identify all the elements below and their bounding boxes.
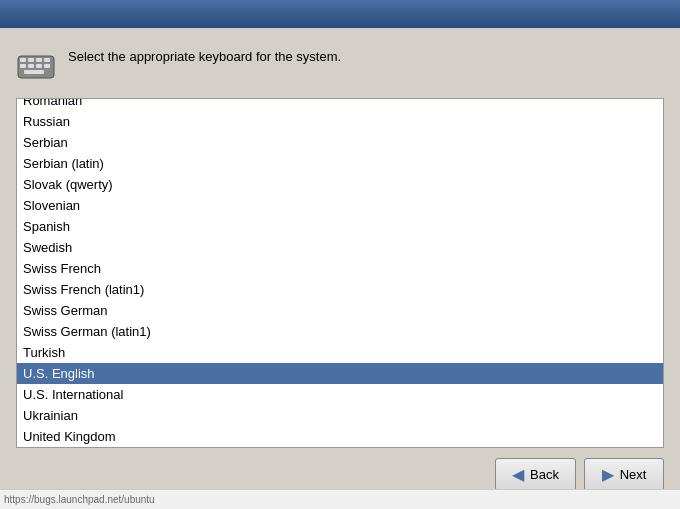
list-item[interactable]: Slovenian xyxy=(17,195,663,216)
next-icon: ▶ xyxy=(602,465,614,484)
list-item[interactable]: Swedish xyxy=(17,237,663,258)
list-item[interactable]: Ukrainian xyxy=(17,405,663,426)
svg-rect-4 xyxy=(44,58,50,62)
footer: ◀ Back ▶ Next xyxy=(16,448,664,491)
keyboard-icon xyxy=(16,44,56,84)
svg-rect-3 xyxy=(36,58,42,62)
back-label: Back xyxy=(530,467,559,482)
keyboard-list-container: PortugueseRomanianRussianSerbianSerbian … xyxy=(16,98,664,448)
list-item[interactable]: Serbian (latin) xyxy=(17,153,663,174)
list-item[interactable]: Swiss German (latin1) xyxy=(17,321,663,342)
svg-rect-9 xyxy=(24,70,44,74)
main-content: Select the appropriate keyboard for the … xyxy=(0,28,680,507)
svg-rect-2 xyxy=(28,58,34,62)
next-button[interactable]: ▶ Next xyxy=(584,458,664,491)
svg-rect-1 xyxy=(20,58,26,62)
list-item[interactable]: Spanish xyxy=(17,216,663,237)
list-item[interactable]: Russian xyxy=(17,111,663,132)
list-item[interactable]: Slovak (qwerty) xyxy=(17,174,663,195)
back-icon: ◀ xyxy=(512,465,524,484)
back-button[interactable]: ◀ Back xyxy=(495,458,576,491)
header-section: Select the appropriate keyboard for the … xyxy=(16,44,664,84)
list-item[interactable]: Swiss French (latin1) xyxy=(17,279,663,300)
header-instruction: Select the appropriate keyboard for the … xyxy=(68,44,341,66)
list-item[interactable]: Serbian xyxy=(17,132,663,153)
list-item[interactable]: U.S. English xyxy=(17,363,663,384)
url-text: https://bugs.launchpad.net/ubuntu xyxy=(4,494,155,505)
svg-rect-7 xyxy=(36,64,42,68)
list-item[interactable]: Romanian xyxy=(17,99,663,111)
title-bar xyxy=(0,0,680,28)
list-item[interactable]: United Kingdom xyxy=(17,426,663,447)
list-item[interactable]: U.S. International xyxy=(17,384,663,405)
svg-rect-8 xyxy=(44,64,50,68)
list-item[interactable]: Swiss French xyxy=(17,258,663,279)
next-label: Next xyxy=(620,467,647,482)
keyboard-list-scrollable[interactable]: PortugueseRomanianRussianSerbianSerbian … xyxy=(17,99,663,447)
svg-rect-6 xyxy=(28,64,34,68)
svg-rect-5 xyxy=(20,64,26,68)
list-item[interactable]: Turkish xyxy=(17,342,663,363)
url-bar: https://bugs.launchpad.net/ubuntu xyxy=(0,489,680,509)
list-item[interactable]: Swiss German xyxy=(17,300,663,321)
